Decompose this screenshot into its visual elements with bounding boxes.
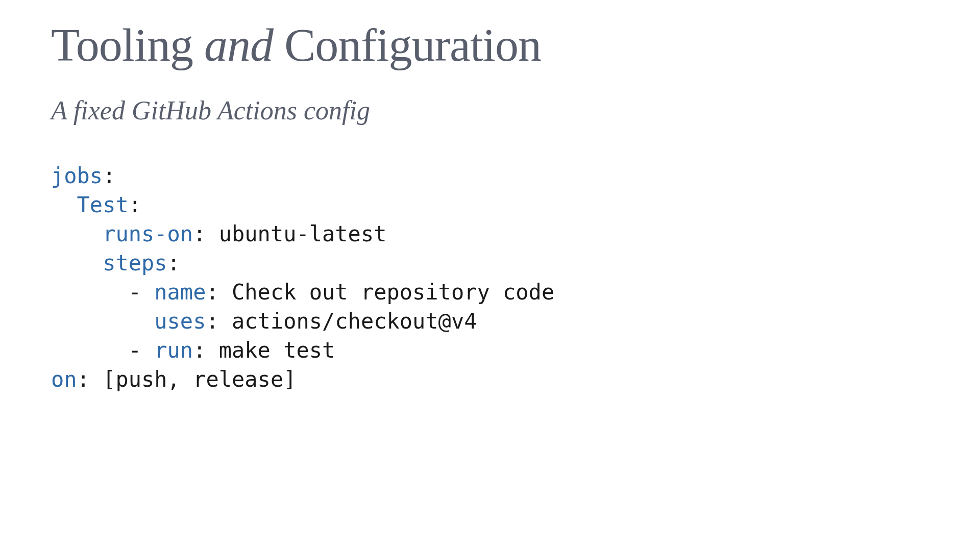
yaml-key-jobs: jobs [51,163,103,188]
slide: Tooling and Configuration A fixed GitHub… [0,0,980,551]
yaml-key-steps: steps [103,251,167,276]
yaml-key-runs-on: runs-on [103,221,193,246]
yaml-val-name: Check out repository code [219,280,554,305]
slide-subtitle: A fixed GitHub Actions config [51,95,929,126]
yaml-val-run: make test [206,338,335,363]
yaml-key-uses: uses [154,309,206,334]
yaml-key-on: on [51,367,77,392]
title-part1: Tooling [51,19,204,71]
yaml-val-runs-on: ubuntu-latest [206,221,386,246]
slide-title: Tooling and Configuration [51,20,929,70]
title-part2: Configuration [273,19,541,71]
yaml-key-run: run [154,338,193,363]
yaml-val-on: [push, release] [90,367,297,392]
yaml-val-uses: actions/checkout@v4 [219,309,477,334]
title-italic: and [204,19,273,71]
yaml-key-test: Test [77,192,129,217]
code-block: jobs: Test: runs-on: ubuntu-latest steps… [51,161,929,394]
yaml-key-name: name [154,280,206,305]
